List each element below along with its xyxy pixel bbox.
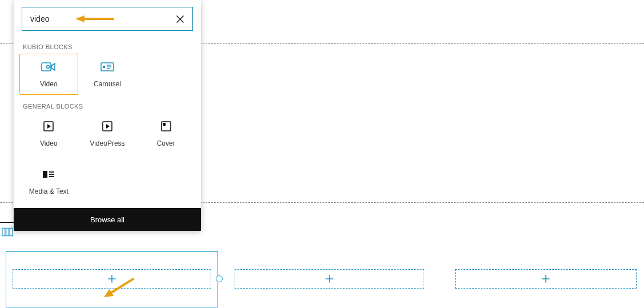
- svg-marker-17: [106, 124, 110, 129]
- general-blocks-heading: GENERAL BLOCKS: [14, 95, 201, 113]
- video-camera-icon: [41, 61, 57, 73]
- plus-icon: [107, 274, 116, 283]
- block-video-general[interactable]: Video: [19, 113, 78, 154]
- block-label: Carousel: [94, 80, 121, 88]
- plus-icon: [325, 274, 334, 283]
- search-row: [14, 0, 201, 35]
- cover-icon: [158, 120, 174, 133]
- svg-rect-1: [6, 228, 9, 235]
- kubio-blocks-grid: Video Carousel: [14, 54, 201, 95]
- annotation-arrow-search: [75, 15, 115, 25]
- block-carousel-kubio[interactable]: Carousel: [78, 54, 137, 95]
- general-blocks-grid: Video VideoPress Cover: [14, 113, 201, 202]
- play-square-icon: [41, 120, 57, 133]
- carousel-icon: [99, 61, 115, 73]
- block-video-kubio[interactable]: Video: [19, 54, 78, 95]
- column-resize-handle[interactable]: [216, 275, 223, 282]
- block-label: Video: [40, 139, 57, 147]
- block-media-text[interactable]: Media & Text: [19, 161, 78, 202]
- block-label: Video: [40, 80, 57, 88]
- block-cover[interactable]: Cover: [136, 113, 195, 154]
- block-label: Cover: [157, 139, 175, 147]
- kubio-blocks-heading: KUBIO BLOCKS: [14, 35, 201, 54]
- block-label: Media & Text: [29, 187, 69, 195]
- svg-rect-2: [10, 228, 13, 235]
- close-icon: [176, 15, 184, 23]
- svg-rect-20: [43, 171, 47, 178]
- svg-marker-6: [75, 15, 84, 22]
- play-square-icon: [99, 120, 115, 133]
- add-block-slot-3[interactable]: [455, 269, 637, 289]
- block-label: VideoPress: [90, 139, 124, 147]
- svg-point-8: [47, 66, 50, 69]
- svg-rect-10: [103, 66, 105, 68]
- browse-all-button[interactable]: Browse all: [14, 208, 201, 231]
- clear-search-button[interactable]: [174, 13, 186, 25]
- add-block-slot-2[interactable]: [235, 269, 424, 289]
- block-videopress[interactable]: VideoPress: [78, 113, 137, 154]
- media-text-icon: [41, 168, 57, 181]
- svg-rect-19: [163, 123, 166, 126]
- columns-toolbar-fragment: [0, 222, 15, 241]
- svg-marker-15: [47, 124, 51, 129]
- block-inserter-panel: KUBIO BLOCKS Video: [14, 0, 201, 231]
- columns-icon: [2, 227, 13, 237]
- plus-icon: [541, 274, 550, 283]
- svg-rect-0: [2, 228, 5, 235]
